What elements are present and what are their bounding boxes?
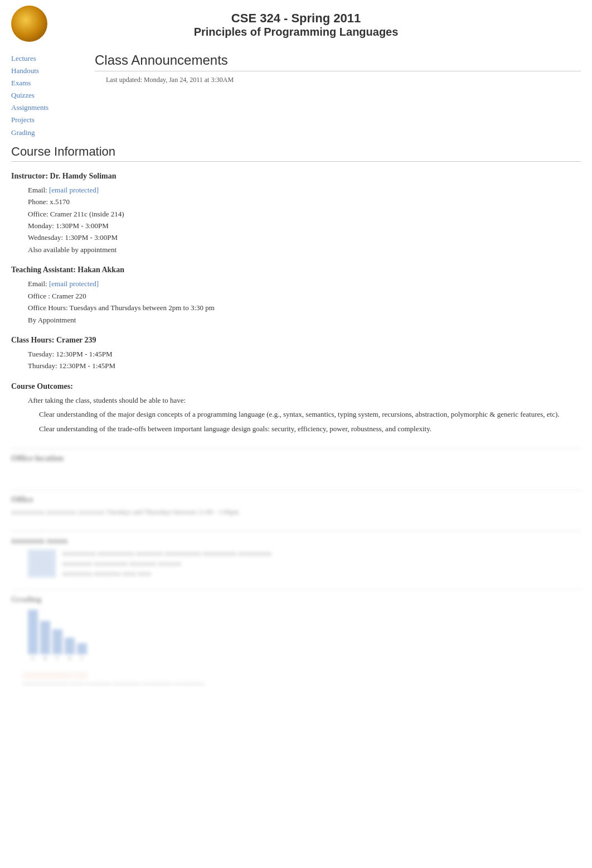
course-title-block: CSE 324 - Spring 2011 Principles of Prog… (194, 11, 399, 38)
blurred-title-1: Office location (11, 454, 581, 463)
instructor-info: Email: [email protected] Phone: x.5170 O… (28, 184, 581, 256)
grade-section: Grading A B C D F xxxxxx (11, 590, 581, 687)
blurred-title-2: Office (11, 495, 581, 504)
ta-office-hours: Office Hours: Tuesdays and Thursdays bet… (28, 302, 581, 314)
sidebar-link-lectures[interactable]: Lectures (11, 52, 84, 65)
blurred-section-2: Office xxxxxxxxxx xxxxxxxxx xxxxxxxx Tue… (11, 490, 581, 517)
class-hours-info: Tuesday: 12:30PM - 1:45PM Thursday: 12:3… (28, 348, 581, 372)
sidebar-link-handouts[interactable]: Handouts (11, 65, 84, 77)
announcements-section: Class Announcements Last updated: Monday… (95, 52, 581, 84)
instructor-hours2: Wednesday: 1:30PM - 3:00PM (28, 232, 581, 243)
sidebar-link-quizzes[interactable]: Quizzes (11, 89, 84, 102)
ta-office: Office : Cramer 220 (28, 290, 581, 302)
instructor-email: Email: [email protected] (28, 184, 581, 196)
outcomes-intro: After taking the class, students should … (28, 394, 581, 406)
ta-info: Email: [email protected] Office : Cramer… (28, 278, 581, 326)
ta-appt: By Appointment (28, 314, 581, 326)
class-hours-title: Class Hours: Cramer 239 (11, 336, 581, 345)
blurred-title-3: xxxxxxxx xxxxx (11, 536, 581, 546)
sidebar-link-exams[interactable]: Exams (11, 77, 84, 89)
blurred-link-desc: xxxxxxxxxxxxxxx xxxxx xxxxxxxx xxxxxxxxx… (22, 680, 581, 687)
ta-email-link[interactable]: [email protected] (49, 279, 99, 288)
outcome-item2: Clear understanding of the trade-offs be… (39, 423, 581, 435)
main-content: Class Announcements Last updated: Monday… (84, 52, 581, 139)
course-info-title: Course Information (11, 144, 581, 162)
course-info-section: Course Information Instructor: Dr. Hamdy… (0, 144, 592, 687)
class-tuesday: Tuesday: 12:30PM - 1:45PM (28, 348, 581, 360)
ta-email-label: Email: (28, 279, 49, 288)
course-title-line1: CSE 324 - Spring 2011 (194, 11, 399, 26)
blurred-image (28, 549, 56, 577)
instructor-appt: Also available by appointment (28, 244, 581, 255)
ta-email: Email: [email protected] (28, 278, 581, 290)
sidebar-link-assignments[interactable]: Assignments (11, 102, 84, 114)
class-thursday: Thursday: 12:30PM - 1:45PM (28, 360, 581, 372)
instructor-email-link[interactable]: [email protected] (49, 186, 99, 194)
grade-bars: A B C D F (28, 610, 581, 661)
sidebar-link-grading[interactable]: Grading (11, 127, 84, 139)
course-title-line2: Principles of Programming Languages (194, 26, 399, 38)
outcomes-title: Course Outcomes: (11, 382, 581, 391)
blurred-section-1: Office location (11, 449, 581, 476)
blurred-link[interactable]: xxxxxxxxxxxxxxx xxxx (22, 670, 88, 678)
blurred-text-3: xxxxxxxxxx xxxxxxxxxxx xxxxxxxx xxxxxxxx… (62, 548, 271, 578)
email-label: Email: (28, 186, 49, 194)
page-header: CSE 324 - Spring 2011 Principles of Prog… (0, 0, 592, 47)
sidebar: Lectures Handouts Exams Quizzes Assignme… (11, 52, 84, 139)
blurred-text-1 (11, 466, 581, 476)
instructor-office: Office: Cramer 211c (inside 214) (28, 208, 581, 220)
announcements-title: Class Announcements (95, 52, 581, 71)
instructor-phone: Phone: x.5170 (28, 196, 581, 208)
instructor-hours1: Monday: 1:30PM - 3:00PM (28, 220, 581, 232)
ta-title: Teaching Assistant: Hakan Akkan (11, 266, 581, 274)
outcomes-info: After taking the class, students should … (28, 394, 581, 435)
announcements-last-updated: Last updated: Monday, Jan 24, 2011 at 3:… (106, 76, 581, 84)
outcome-item1: Clear understanding of the major design … (39, 408, 581, 420)
instructor-title: Instructor: Dr. Hamdy Soliman (11, 172, 581, 181)
grade-title: Grading (11, 595, 581, 604)
university-logo (11, 6, 50, 45)
main-layout: Lectures Handouts Exams Quizzes Assignme… (0, 47, 592, 144)
blurred-text-2: xxxxxxxxxx xxxxxxxxx xxxxxxxx Tuesdays a… (11, 507, 581, 517)
sidebar-link-projects[interactable]: Projects (11, 114, 84, 126)
blurred-section-3: xxxxxxxx xxxxx xxxxxxxxxx xxxxxxxxxxx xx… (11, 531, 581, 578)
